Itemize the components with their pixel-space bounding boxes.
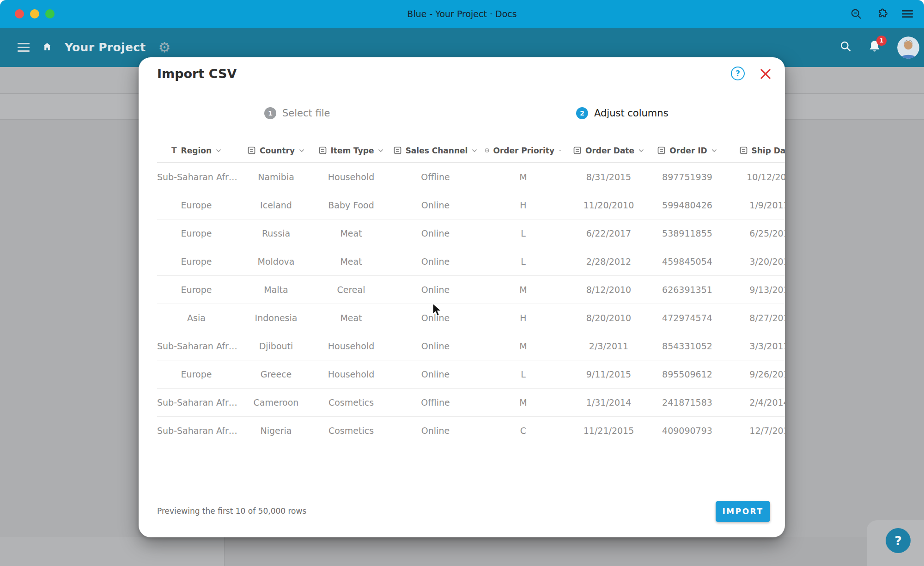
table-row[interactable]: EuropeMoldovaMeatOnlineL2/28/20124598450… <box>157 247 785 275</box>
column-header-region[interactable]: TRegion <box>157 146 236 155</box>
table-cell: Offline <box>386 172 485 182</box>
step-number: 1 <box>264 107 276 119</box>
column-label: Sales Channel <box>406 146 468 155</box>
table-row[interactable]: Sub-Saharan Afr…CameroonCosmeticsOffline… <box>157 388 785 416</box>
table-cell: Moldova <box>236 256 316 267</box>
preview-row-count: Previewing the first 10 of 50,000 rows <box>157 506 306 516</box>
table-cell: 2/3/2011 <box>561 341 656 351</box>
chevron-down-icon <box>216 149 221 152</box>
notification-badge: 1 <box>876 36 887 46</box>
menu-icon[interactable] <box>901 8 914 19</box>
table-cell: Europe <box>157 228 236 238</box>
table-row[interactable]: AsiaIndonesiaMeatOnlineH8/20/20104729745… <box>157 304 785 332</box>
chevron-down-icon <box>378 149 383 152</box>
table-cell: Sub-Saharan Afr… <box>157 397 236 408</box>
dimmed-sidebar-bottom <box>0 537 225 566</box>
table-cell: Malta <box>236 285 316 295</box>
table-cell: 9/11/2015 <box>561 369 656 379</box>
avatar[interactable] <box>897 37 919 59</box>
table-row[interactable]: EuropeRussiaMeatOnlineL6/22/201753891185… <box>157 219 785 247</box>
home-icon[interactable] <box>42 42 52 54</box>
table-cell: Online <box>386 285 485 295</box>
table-cell: Sub-Saharan Afr… <box>157 426 236 436</box>
project-title[interactable]: Your Project <box>65 41 146 54</box>
table-cell: Cosmetics <box>316 397 386 408</box>
column-label: Country <box>260 146 295 155</box>
table-cell: 2/4/2014 <box>718 397 785 408</box>
import-button[interactable]: IMPORT <box>716 501 770 522</box>
column-header-ship-dat[interactable]: Ship Dat <box>718 146 785 155</box>
table-cell: M <box>485 397 561 408</box>
table-cell: H <box>485 313 561 323</box>
zoom-out-icon[interactable] <box>850 8 863 20</box>
table-row[interactable]: Sub-Saharan Afr…DjiboutiHouseholdOnlineM… <box>157 332 785 360</box>
column-label: Item Type <box>331 146 374 155</box>
gear-icon[interactable]: ⚙ <box>158 41 171 55</box>
table-cell: L <box>485 228 561 238</box>
table-row[interactable]: EuropeIcelandBaby FoodOnlineH11/20/20105… <box>157 191 785 219</box>
table-cell: 2/28/2012 <box>561 256 656 267</box>
table-cell: Online <box>386 369 485 379</box>
table-cell: 6/25/201 <box>718 228 785 238</box>
table-cell: M <box>485 341 561 351</box>
table-row[interactable]: EuropeGreeceHouseholdOnlineL9/11/2015895… <box>157 360 785 388</box>
table-cell: 3/20/201 <box>718 256 785 267</box>
step-adjust-columns[interactable]: 2 Adjust columns <box>576 107 669 119</box>
menu-icon[interactable] <box>18 41 30 54</box>
mouse-cursor <box>432 303 444 317</box>
table-cell: Europe <box>157 369 236 379</box>
search-icon[interactable] <box>839 40 852 55</box>
table-cell: Greece <box>236 369 316 379</box>
table-cell: Djibouti <box>236 341 316 351</box>
table-row[interactable]: EuropeMaltaCerealOnlineM8/12/20106263913… <box>157 275 785 304</box>
table-cell: 9/13/201 <box>718 285 785 295</box>
table-cell: M <box>485 285 561 295</box>
table-cell: L <box>485 369 561 379</box>
table-cell: Cameroon <box>236 397 316 408</box>
table-cell: Asia <box>157 313 236 323</box>
close-icon[interactable] <box>759 67 772 80</box>
help-icon[interactable]: ? <box>731 67 745 80</box>
help-fab[interactable]: ? <box>886 528 911 553</box>
chevron-down-icon <box>638 149 644 152</box>
table-cell: Europe <box>157 200 236 210</box>
table-cell: Online <box>386 200 485 210</box>
table-cell: 9/26/201 <box>718 369 785 379</box>
column-header-order-priority[interactable]: Order Priority <box>485 146 561 155</box>
dialog-title: Import CSV <box>157 67 237 81</box>
browser-window: Blue - Your Project · Docs <box>0 0 924 566</box>
extensions-icon[interactable] <box>875 8 888 20</box>
table-cell: Cosmetics <box>316 426 386 436</box>
column-header-country[interactable]: Country <box>236 146 316 155</box>
table-cell: Online <box>386 426 485 436</box>
column-header-sales-channel[interactable]: Sales Channel <box>386 146 485 155</box>
notifications-button[interactable]: 1 <box>868 39 881 56</box>
table-row[interactable]: Sub-Saharan Afr…NamibiaHouseholdOfflineM… <box>157 163 785 191</box>
table-row[interactable]: Sub-Saharan Afr…NigeriaCosmeticsOnlineC1… <box>157 416 785 444</box>
list-type-icon <box>248 146 255 154</box>
import-csv-dialog: Import CSV ? 1 Select file 2 Adjust colu… <box>139 57 785 537</box>
column-header-order-id[interactable]: Order ID <box>656 146 718 155</box>
table-cell: 599480426 <box>656 200 718 210</box>
table-cell: 8/31/2015 <box>561 172 656 182</box>
table-cell: Household <box>316 341 386 351</box>
table-cell: 10/12/201 <box>718 172 785 182</box>
column-label: Ship Dat <box>752 146 785 155</box>
column-header-order-date[interactable]: Order Date <box>561 146 656 155</box>
text-type-icon: T <box>171 146 177 154</box>
column-label: Order ID <box>669 146 707 155</box>
table-cell: Europe <box>157 256 236 267</box>
titlebar: Blue - Your Project · Docs <box>0 0 924 28</box>
table-cell: C <box>485 426 561 436</box>
window-title: Blue - Your Project · Docs <box>0 0 924 28</box>
table-cell: Online <box>386 228 485 238</box>
table-cell: 895509612 <box>656 369 718 379</box>
column-header-item-type[interactable]: Item Type <box>316 146 386 155</box>
table-cell: Online <box>386 256 485 267</box>
chevron-down-icon <box>472 149 477 152</box>
table-cell: 409090793 <box>656 426 718 436</box>
step-select-file[interactable]: 1 Select file <box>264 107 330 119</box>
column-label: Region <box>181 146 212 155</box>
table-cell: Nigeria <box>236 426 316 436</box>
list-type-icon <box>485 146 489 154</box>
